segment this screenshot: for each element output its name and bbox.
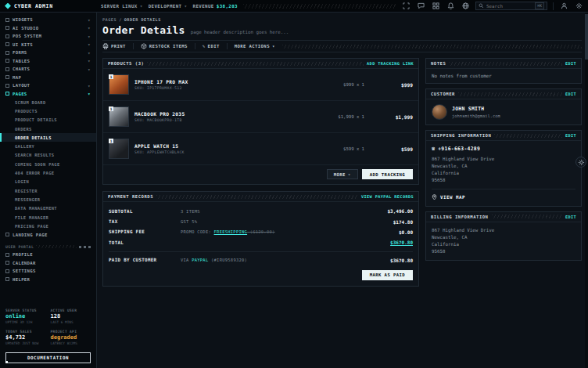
sidebar-item-coming-soon[interactable]: COMING SOON PAGE (0, 160, 96, 168)
sidebar: WIDGETS ▾ AI STUDIO ▾ POS SYSTEM ▾ UI KI… (0, 13, 97, 368)
scrollbar-thumb[interactable] (585, 14, 588, 60)
sidebar-item-charts[interactable]: CHARTS ▾ (0, 65, 96, 74)
customer-panel: CUSTOMER EDIT JOHN SMITH johnsmith@gmail… (425, 88, 582, 125)
product-total: $599 (370, 146, 413, 152)
sidebar-item-pricing-page[interactable]: PRICING PAGE (0, 222, 96, 230)
sidebar-item-data-management[interactable]: DATA MANAGEMENT (0, 204, 96, 213)
caret-down-icon: ▾ (272, 44, 275, 49)
sidebar-item-scrum-board[interactable]: SCRUM BOARD (0, 98, 96, 106)
add-tracking-link[interactable]: ADD TRACKING LINK (367, 61, 414, 66)
panel-hatch-decoration (156, 195, 358, 199)
sidebar-item-product-details[interactable]: PRODUCT DETAILS (0, 116, 96, 124)
restock-items-button[interactable]: RESTOCK ITEMS (141, 43, 188, 49)
view-map-link[interactable]: VIEW MAP (432, 189, 575, 201)
billing-edit-link[interactable]: EDIT (565, 215, 576, 219)
customizer-button[interactable] (575, 157, 586, 168)
payment-records-panel: PAYMENT RECORDS VIEW PAYPAL RECORDS SUBT… (102, 191, 419, 287)
product-thumbnail: 1 (109, 74, 129, 95)
billing-address-line: Newcastle, CA (432, 234, 575, 241)
paypal-link[interactable]: PAYPAL (192, 258, 208, 262)
sidebar-item-settings[interactable]: SETTINGS (0, 267, 96, 276)
menu-server-linux[interactable]: SERVER LINUX ▾ (101, 3, 143, 9)
sidebar-item-ai-studio[interactable]: AI STUDIO ▾ (0, 24, 96, 33)
sidebar-item-order-details[interactable]: ORDER DETAILS (0, 133, 96, 142)
sidebar-item-calendar[interactable]: CALENDAR (0, 258, 96, 267)
view-paypal-records-link[interactable]: VIEW PAYPAL RECORDS (361, 194, 414, 199)
menu-revenue[interactable]: REVENUE $38,203 (193, 4, 238, 9)
more-actions-button[interactable]: MORE ACTIONS ▾ (235, 44, 275, 49)
product-thumbnail: 1 (109, 106, 129, 127)
tax-value: $174.80 (393, 219, 413, 225)
sidebar-item-search-results[interactable]: SEARCH RESULTS (0, 151, 96, 160)
print-button[interactable]: PRINT (102, 43, 126, 49)
search-input[interactable] (486, 4, 532, 9)
products-panel-title: PRODUCTS (3) (108, 61, 144, 66)
panel-hatch-decoration (147, 62, 364, 66)
fullscreen-icon[interactable] (401, 2, 411, 11)
shipping-phone: +916-663-4289 (438, 146, 480, 152)
sidebar-item-ui-kits[interactable]: UI KITS ▾ (0, 41, 96, 49)
sidebar-item-register[interactable]: REGISTER (0, 186, 96, 195)
billing-panel-title: BILLING INFORMATION (431, 215, 489, 219)
edit-button[interactable]: ✎ EDIT (203, 44, 220, 49)
sidebar-item-forms[interactable]: FORMS ▾ (0, 49, 96, 57)
gear-icon[interactable] (574, 2, 583, 11)
shipping-info-panel: SHIPPING INFORMATION EDIT ☎ +916-663-428… (425, 130, 582, 207)
breadcrumb-pages[interactable]: PAGES (102, 17, 117, 22)
caret-down-icon: ▾ (185, 3, 188, 9)
notifications-bell-icon[interactable] (446, 2, 455, 11)
more-button[interactable]: MORE ▾ (327, 169, 358, 179)
panel-hatch-decoration (449, 62, 562, 66)
shipping-address-line: 95658 (432, 177, 575, 184)
sidebar-item-gallery[interactable]: GALLERY (0, 142, 96, 150)
chat-icon[interactable] (416, 2, 425, 11)
sidebar-item-map[interactable]: MAP (0, 74, 96, 82)
sidebar-item-landing-page[interactable]: LANDING PAGE (0, 230, 96, 239)
sidebar-item-profile[interactable]: PROFILE (0, 251, 96, 259)
sidebar-item-404-error[interactable]: 404 ERROR PAGE (0, 168, 96, 177)
panel-hatch-decoration (494, 134, 562, 138)
brand[interactable]: CYBER ADMIN (5, 3, 95, 9)
sidebar-item-layout[interactable]: LAYOUT ▾ (0, 81, 96, 90)
calendar-icon (5, 261, 9, 265)
product-sku: SKU: APPLEWATCHBLACK (134, 150, 298, 154)
apps-grid-icon[interactable] (431, 2, 440, 11)
topbar: CYBER ADMIN SERVER LINUX ▾ DEVELOPMENT ▾… (0, 0, 588, 13)
shipping-value: $0.00 (399, 229, 413, 235)
sidebar-item-products[interactable]: PRODUCTS (0, 106, 96, 115)
sidebar-item-pos-system[interactable]: POS SYSTEM ▾ (0, 32, 96, 41)
promo-code-link[interactable]: FREESHIPPING (214, 229, 248, 234)
ai-studio-icon (5, 26, 9, 30)
toolbar-divider (227, 43, 228, 49)
sidebar-item-tables[interactable]: TABLES ▾ (0, 57, 96, 66)
sidebar-item-login[interactable]: LOGIN (0, 178, 96, 186)
user-icon[interactable] (559, 2, 568, 11)
shipping-edit-link[interactable]: EDIT (565, 133, 576, 138)
language-globe-icon[interactable] (461, 2, 470, 11)
documentation-button[interactable]: DOCUMENTATION (5, 352, 91, 363)
notes-edit-link[interactable]: EDIT (565, 61, 576, 66)
sidebar-item-messenger[interactable]: MESSENGER (0, 195, 96, 204)
caret-down-icon: ▾ (88, 25, 91, 31)
settings-icon (5, 269, 9, 273)
sidebar-item-file-manager[interactable]: FILE MANAGER (0, 213, 96, 222)
sidebar-item-orders[interactable]: ORDERS (0, 124, 96, 133)
product-row: 1 IPHONE 17 PRO MAX SKU: IP17PROMAX-512 … (103, 69, 418, 101)
stat-today-sales: TODAY SALES $4,732 UPDATED JUST NOW (5, 330, 46, 345)
brand-name: CYBER ADMIN (14, 3, 53, 9)
caret-down-icon: ▾ (88, 34, 91, 39)
toolbar-divider (133, 43, 134, 49)
customer-edit-link[interactable]: EDIT (565, 92, 576, 96)
breadcrumb-separator: / (119, 17, 122, 22)
mark-as-paid-button[interactable]: MARK AS PAID (362, 270, 413, 280)
customer-email: johnsmith@gmail.com (452, 114, 500, 118)
product-name: APPLE WATCH 15 (134, 143, 298, 149)
add-tracking-button[interactable]: ADD TRACKING (362, 169, 413, 179)
sidebar-item-pages[interactable]: PAGES ▾ (0, 90, 96, 99)
product-row: 1 MACBOOK PRO 2035 SKU: MACBOOKPRO-1TB $… (103, 101, 418, 133)
menu-development[interactable]: DEVELOPMENT ▾ (149, 3, 188, 9)
location-pin-icon (432, 194, 437, 200)
profile-icon (5, 253, 9, 257)
sidebar-item-helper[interactable]: HELPER (0, 275, 96, 283)
sidebar-item-widgets[interactable]: WIDGETS ▾ (0, 16, 96, 24)
